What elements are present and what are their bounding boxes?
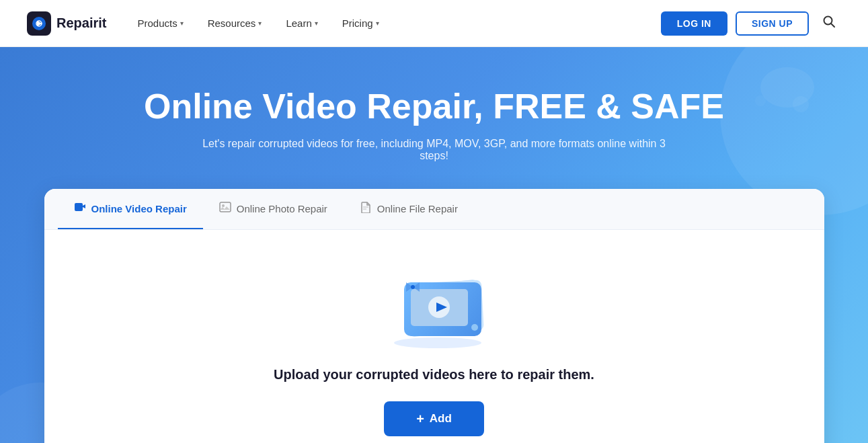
hero-section: Online Video Repair, FREE & SAFE Let's r…: [0, 47, 868, 443]
svg-rect-7: [75, 203, 83, 211]
svg-rect-8: [220, 202, 231, 212]
repair-card: Online Video Repair Online Photo Repair: [44, 189, 824, 443]
file-repair-icon: [360, 201, 372, 216]
svg-line-3: [831, 24, 834, 27]
nav-menu: Products ▾ Resources ▾ Learn ▾ Pricing ▾: [126, 12, 660, 34]
nav-products[interactable]: Products ▾: [126, 12, 194, 34]
svg-point-9: [222, 204, 225, 207]
search-icon: [822, 17, 836, 31]
logo-icon: [27, 11, 51, 36]
video-illustration: [367, 264, 502, 351]
video-repair-icon: [74, 201, 86, 216]
logo[interactable]: Repairit: [27, 11, 106, 36]
svg-point-12: [394, 337, 481, 348]
nav-learn[interactable]: Learn ▾: [275, 12, 328, 34]
add-button[interactable]: + Add: [384, 401, 484, 436]
signup-button[interactable]: SIGN UP: [736, 11, 809, 36]
decorative-blob: [747, 67, 814, 121]
chevron-down-icon: ▾: [376, 19, 379, 27]
svg-point-19: [471, 324, 478, 331]
tab-video-repair[interactable]: Online Video Repair: [58, 189, 203, 229]
search-button[interactable]: [817, 9, 841, 37]
navbar-actions: LOG IN SIGN UP: [661, 9, 841, 37]
hero-title: Online Video Repair, FREE & SAFE: [144, 87, 724, 126]
repair-card-tabs: Online Video Repair Online Photo Repair: [44, 189, 824, 230]
logo-text: Repairit: [56, 15, 106, 31]
nav-pricing[interactable]: Pricing ▾: [331, 12, 390, 34]
svg-point-18: [411, 285, 415, 289]
photo-repair-icon: [219, 201, 231, 216]
login-button[interactable]: LOG IN: [661, 11, 727, 36]
navbar: Repairit Products ▾ Resources ▾ Learn ▾ …: [0, 0, 868, 47]
hero-subtitle: Let's repair corrupted videos for free, …: [192, 138, 676, 162]
chevron-down-icon: ▾: [180, 19, 184, 27]
svg-point-6: [755, 95, 766, 106]
svg-point-5: [793, 96, 809, 112]
chevron-down-icon: ▾: [315, 19, 318, 27]
chevron-down-icon: ▾: [258, 19, 262, 27]
upload-instruction: Upload your corrupted videos here to rep…: [274, 367, 594, 382]
plus-icon: +: [416, 412, 424, 426]
nav-resources[interactable]: Resources ▾: [197, 12, 273, 34]
card-body: Upload your corrupted videos here to rep…: [44, 230, 824, 443]
tab-photo-repair[interactable]: Online Photo Repair: [203, 189, 344, 229]
tab-file-repair[interactable]: Online File Repair: [344, 189, 474, 229]
